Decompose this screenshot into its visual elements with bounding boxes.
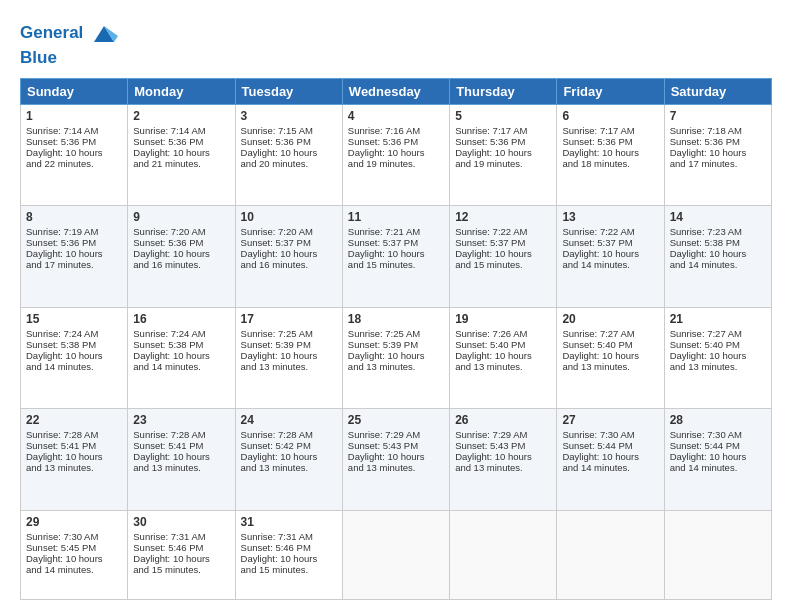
logo-blue: Blue [20,48,118,68]
day-number: 26 [455,413,551,427]
day-number: 30 [133,515,229,529]
calendar-cell: 6Sunrise: 7:17 AMSunset: 5:36 PMDaylight… [557,104,664,206]
day-info-line: and 16 minutes. [241,259,337,270]
day-info-line: Daylight: 10 hours [26,147,122,158]
day-info-line: Daylight: 10 hours [133,248,229,259]
day-info-line: Sunset: 5:36 PM [348,136,444,147]
day-info-line: Sunset: 5:38 PM [670,237,766,248]
day-info-line: Sunrise: 7:18 AM [670,125,766,136]
day-info-line: Sunset: 5:38 PM [26,339,122,350]
day-info-line: Sunrise: 7:28 AM [26,429,122,440]
day-number: 27 [562,413,658,427]
day-info-line: Sunset: 5:36 PM [241,136,337,147]
day-info-line: Daylight: 10 hours [455,147,551,158]
day-info-line: and 14 minutes. [133,361,229,372]
calendar-table: SundayMondayTuesdayWednesdayThursdayFrid… [20,78,772,600]
day-info-line: Daylight: 10 hours [562,248,658,259]
day-info-line: and 14 minutes. [670,462,766,473]
day-info-line: Sunset: 5:42 PM [241,440,337,451]
day-info-line: Sunset: 5:36 PM [133,136,229,147]
day-info-line: Sunset: 5:44 PM [562,440,658,451]
day-info-line: Sunrise: 7:30 AM [670,429,766,440]
day-info-line: Daylight: 10 hours [26,350,122,361]
page: General Blue SundayMondayTuesdayWednesda… [0,0,792,612]
day-info-line: Daylight: 10 hours [348,248,444,259]
day-info-line: Sunset: 5:46 PM [133,542,229,553]
day-number: 21 [670,312,766,326]
calendar-cell: 26Sunrise: 7:29 AMSunset: 5:43 PMDayligh… [450,409,557,511]
calendar-cell: 2Sunrise: 7:14 AMSunset: 5:36 PMDaylight… [128,104,235,206]
day-number: 29 [26,515,122,529]
day-number: 31 [241,515,337,529]
day-info-line: Daylight: 10 hours [562,350,658,361]
day-info-line: and 14 minutes. [26,361,122,372]
day-info-line: Sunrise: 7:28 AM [241,429,337,440]
weekday-header-saturday: Saturday [664,78,771,104]
day-info-line: Sunset: 5:46 PM [241,542,337,553]
weekday-header-wednesday: Wednesday [342,78,449,104]
day-info-line: Daylight: 10 hours [670,350,766,361]
day-number: 23 [133,413,229,427]
day-info-line: Daylight: 10 hours [241,553,337,564]
day-info-line: Sunrise: 7:25 AM [348,328,444,339]
calendar-cell: 1Sunrise: 7:14 AMSunset: 5:36 PMDaylight… [21,104,128,206]
day-number: 8 [26,210,122,224]
day-info-line: and 14 minutes. [670,259,766,270]
day-info-line: Daylight: 10 hours [133,451,229,462]
day-info-line: Sunrise: 7:24 AM [26,328,122,339]
day-info-line: Daylight: 10 hours [133,147,229,158]
header: General Blue [20,16,772,68]
day-info-line: Daylight: 10 hours [670,248,766,259]
day-number: 24 [241,413,337,427]
calendar-cell: 4Sunrise: 7:16 AMSunset: 5:36 PMDaylight… [342,104,449,206]
day-info-line: Sunrise: 7:19 AM [26,226,122,237]
day-info-line: Sunset: 5:43 PM [455,440,551,451]
day-info-line: Daylight: 10 hours [133,553,229,564]
day-info-line: Sunrise: 7:31 AM [133,531,229,542]
day-info-line: Sunset: 5:39 PM [241,339,337,350]
day-info-line: and 22 minutes. [26,158,122,169]
day-info-line: Sunrise: 7:22 AM [455,226,551,237]
day-info-line: Sunset: 5:36 PM [26,237,122,248]
calendar-week-4: 22Sunrise: 7:28 AMSunset: 5:41 PMDayligh… [21,409,772,511]
day-info-line: Sunset: 5:37 PM [348,237,444,248]
day-info-line: Sunrise: 7:17 AM [455,125,551,136]
day-info-line: Daylight: 10 hours [241,451,337,462]
day-info-line: Daylight: 10 hours [455,451,551,462]
day-info-line: Sunset: 5:37 PM [455,237,551,248]
day-number: 6 [562,109,658,123]
day-info-line: Sunrise: 7:24 AM [133,328,229,339]
day-number: 12 [455,210,551,224]
day-info-line: and 15 minutes. [455,259,551,270]
day-info-line: Sunset: 5:36 PM [670,136,766,147]
day-info-line: Sunrise: 7:20 AM [133,226,229,237]
calendar-cell: 11Sunrise: 7:21 AMSunset: 5:37 PMDayligh… [342,206,449,308]
day-info-line: Daylight: 10 hours [241,350,337,361]
day-number: 7 [670,109,766,123]
day-info-line: Sunrise: 7:15 AM [241,125,337,136]
calendar-cell: 15Sunrise: 7:24 AMSunset: 5:38 PMDayligh… [21,307,128,409]
day-info-line: Daylight: 10 hours [26,451,122,462]
day-info-line: Daylight: 10 hours [348,147,444,158]
day-info-line: and 15 minutes. [348,259,444,270]
day-info-line: Sunrise: 7:27 AM [670,328,766,339]
day-info-line: and 13 minutes. [455,361,551,372]
calendar-week-3: 15Sunrise: 7:24 AMSunset: 5:38 PMDayligh… [21,307,772,409]
day-info-line: Sunset: 5:36 PM [26,136,122,147]
day-number: 13 [562,210,658,224]
day-info-line: Sunrise: 7:14 AM [133,125,229,136]
day-number: 11 [348,210,444,224]
day-info-line: Daylight: 10 hours [241,248,337,259]
day-number: 15 [26,312,122,326]
calendar-cell: 8Sunrise: 7:19 AMSunset: 5:36 PMDaylight… [21,206,128,308]
weekday-header-tuesday: Tuesday [235,78,342,104]
calendar-cell [557,511,664,600]
day-info-line: Sunrise: 7:27 AM [562,328,658,339]
day-info-line: and 14 minutes. [562,259,658,270]
calendar-cell: 14Sunrise: 7:23 AMSunset: 5:38 PMDayligh… [664,206,771,308]
calendar-cell: 12Sunrise: 7:22 AMSunset: 5:37 PMDayligh… [450,206,557,308]
day-info-line: and 16 minutes. [133,259,229,270]
day-info-line: and 15 minutes. [241,564,337,575]
calendar-cell: 20Sunrise: 7:27 AMSunset: 5:40 PMDayligh… [557,307,664,409]
day-info-line: and 19 minutes. [455,158,551,169]
